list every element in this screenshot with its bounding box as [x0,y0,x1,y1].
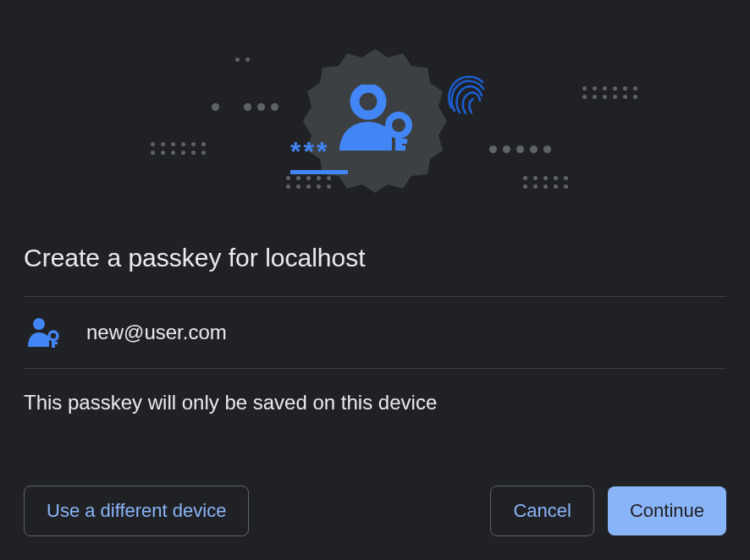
decorative-dots [523,184,568,189]
continue-button[interactable]: Continue [608,486,726,535]
passkey-dialog: *** Create a passkey for localhost new@u… [0,0,750,560]
decorative-dots [523,176,568,180]
svg-rect-4 [395,145,405,151]
button-row: Use a different device Cancel Continue [24,486,726,536]
dialog-title: Create a passkey for localhost [24,244,726,272]
use-different-device-button[interactable]: Use a different device [24,486,249,536]
password-illustration: *** [290,138,348,174]
decorative-dots [489,145,551,153]
svg-point-6 [49,332,58,340]
cancel-button[interactable]: Cancel [490,486,593,536]
decorative-dots [151,142,206,146]
user-key-icon [27,317,59,348]
user-row: new@user.com [24,296,726,369]
decorative-dots [582,95,637,99]
decorative-dots [286,184,331,189]
decorative-dots [235,58,250,62]
svg-point-5 [33,318,45,330]
decorative-dots [582,86,637,91]
passkey-illustration: *** [24,24,726,218]
decorative-dots [151,151,206,155]
svg-point-0 [355,88,382,115]
svg-rect-8 [52,342,58,344]
decorative-dots [244,103,278,111]
decorative-dots [286,176,331,180]
svg-rect-3 [395,139,407,144]
decorative-dots [212,103,219,111]
fingerprint-icon [443,70,492,119]
user-email: new@user.com [86,321,227,344]
passkey-description: This passkey will only be saved on this … [24,391,726,415]
